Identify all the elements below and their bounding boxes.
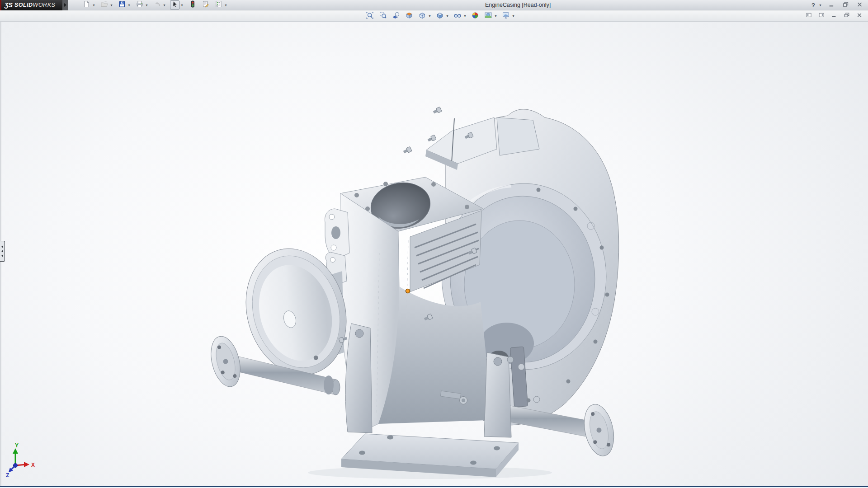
display-pane-right-button[interactable] <box>817 12 826 19</box>
close-icon <box>856 1 863 10</box>
close-group <box>854 1 865 9</box>
toolbar-flyout-arrow[interactable] <box>62 0 68 10</box>
view-settings-group: ▾ <box>500 11 516 21</box>
select-button[interactable] <box>170 0 179 9</box>
flyout-arrow-icon <box>64 3 66 7</box>
origin-marker[interactable] <box>406 289 410 293</box>
apply-scene-button[interactable] <box>483 11 493 21</box>
open-document-dropdown-arrow-icon[interactable]: ▾ <box>109 3 113 7</box>
zoom-to-area-group <box>377 11 389 21</box>
zoom-to-fit-group <box>363 11 376 21</box>
minimize-button[interactable] <box>827 1 836 9</box>
restore-icon <box>842 1 849 10</box>
display-pane-left-group <box>804 12 814 19</box>
close-icon <box>856 12 863 20</box>
solidworks-brand-text: SOLIDWORKS <box>14 2 55 8</box>
minimize-icon <box>828 1 835 10</box>
display-style-group: ▾ <box>434 11 450 21</box>
doc-minimize-button[interactable] <box>830 12 838 19</box>
file-properties-group <box>200 0 211 9</box>
doc-close-group <box>854 12 864 19</box>
help-icon: ? <box>811 2 815 9</box>
hide-show-items-dropdown-arrow-icon[interactable]: ▾ <box>463 14 467 18</box>
options-icon <box>215 0 223 10</box>
pane-right-icon <box>818 12 825 20</box>
doc-minimize-group <box>829 12 839 19</box>
doc-restore-group <box>842 12 852 19</box>
close-button[interactable] <box>855 1 864 9</box>
solidworks-logo-mark-icon: ƷS <box>5 1 13 9</box>
save-icon <box>118 0 126 10</box>
edit-appearance-icon <box>471 11 479 21</box>
select-group: ▾ <box>169 0 185 9</box>
open-icon <box>100 0 108 10</box>
select-icon <box>171 0 179 10</box>
reference-triad: Y X Z <box>6 442 35 479</box>
triad-x-label: X <box>31 462 35 468</box>
standard-toolbar: ▾▾▾▾▾▾▾ <box>81 0 229 9</box>
display-pane-left-button[interactable] <box>805 12 813 19</box>
graphics-viewport[interactable]: Y X Z *Dimetric <box>0 22 868 486</box>
help-group: ?▾ <box>808 1 823 9</box>
view-orientation-group: ▾ <box>416 11 433 21</box>
open-document-button[interactable] <box>99 0 109 9</box>
section-view-button[interactable] <box>404 11 414 21</box>
hide-show-items-button[interactable] <box>452 11 462 21</box>
rebuild-group <box>187 0 198 9</box>
undo-icon <box>153 0 161 10</box>
collapse-arrow-icon <box>1 245 3 248</box>
document-window-controls <box>804 11 864 21</box>
help-dropdown-arrow-icon[interactable]: ▾ <box>818 3 822 7</box>
edit-appearance-button[interactable] <box>470 11 480 21</box>
save-group: ▾ <box>116 0 132 9</box>
doc-close-button[interactable] <box>855 12 863 19</box>
rebuild-button[interactable] <box>188 0 197 9</box>
view-orientation-dropdown-arrow-icon[interactable]: ▾ <box>428 14 432 18</box>
solidworks-logo: ƷS SOLIDWORKS <box>0 0 62 10</box>
save-button[interactable] <box>117 0 127 9</box>
display-style-button[interactable] <box>434 11 445 21</box>
print-button[interactable] <box>135 0 144 9</box>
view-settings-button[interactable] <box>500 11 511 21</box>
previous-view-button[interactable] <box>391 11 401 21</box>
previous-view-icon <box>392 11 400 21</box>
undo-dropdown-arrow-icon[interactable]: ▾ <box>162 3 166 7</box>
new-document-dropdown-arrow-icon[interactable]: ▾ <box>92 3 96 7</box>
apply-scene-dropdown-arrow-icon[interactable]: ▾ <box>494 14 498 18</box>
feature-panel-expand-tab[interactable] <box>0 241 5 262</box>
zoom-to-fit-button[interactable] <box>364 11 375 21</box>
view-settings-dropdown-arrow-icon[interactable]: ▾ <box>511 14 515 18</box>
new-document-button[interactable] <box>82 0 91 9</box>
hide-show-items-group: ▾ <box>451 11 468 21</box>
view-settings-icon <box>502 11 510 21</box>
save-dropdown-arrow-icon[interactable]: ▾ <box>127 3 131 7</box>
doc-restore-button[interactable] <box>843 12 851 19</box>
section-view-group <box>403 11 415 21</box>
collapse-arrow-icon <box>1 250 3 253</box>
minimize-icon <box>831 12 838 20</box>
file-properties-button[interactable] <box>201 0 210 9</box>
undo-button[interactable] <box>152 0 162 9</box>
display-style-dropdown-arrow-icon[interactable]: ▾ <box>445 14 449 18</box>
new-icon <box>83 0 91 10</box>
view-orientation-button[interactable] <box>417 11 427 21</box>
select-dropdown-arrow-icon[interactable]: ▾ <box>180 3 184 7</box>
model-engine-casing[interactable]: Y X Z <box>0 22 868 486</box>
options-dropdown-arrow-icon[interactable]: ▾ <box>224 3 228 7</box>
headsup-view-toolbar: ▾▾▾▾▾ <box>363 11 516 21</box>
help-button[interactable]: ? <box>809 1 818 9</box>
zoom-area-icon <box>379 11 387 21</box>
edit-appearance-group <box>469 11 481 21</box>
print-dropdown-arrow-icon[interactable]: ▾ <box>145 3 149 7</box>
print-icon <box>136 0 144 10</box>
restore-button[interactable] <box>841 1 850 9</box>
restore-icon <box>844 12 850 20</box>
title-bar: ƷS SOLIDWORKS ▾▾▾▾▾▾▾ EngineCasing [Read… <box>0 0 868 10</box>
options-button[interactable] <box>214 0 223 9</box>
apply-scene-icon <box>484 11 492 21</box>
rebuild-icon <box>189 0 197 10</box>
menu-row: ▾▾▾▾▾ <box>0 10 868 22</box>
hide-show-icon <box>453 11 462 21</box>
zoom-fit-icon <box>366 11 374 21</box>
zoom-to-area-button[interactable] <box>377 11 388 21</box>
